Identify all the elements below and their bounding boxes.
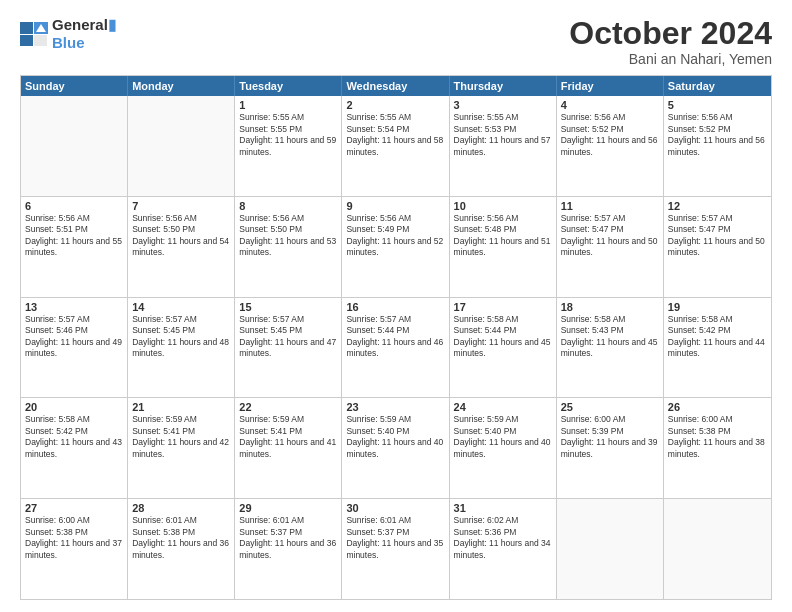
cal-cell: 4Sunrise: 5:56 AMSunset: 5:52 PMDaylight… xyxy=(557,96,664,196)
logo: General▮ Blue xyxy=(20,16,116,52)
cal-cell: 19Sunrise: 5:58 AMSunset: 5:42 PMDayligh… xyxy=(664,298,771,398)
cal-cell: 30Sunrise: 6:01 AMSunset: 5:37 PMDayligh… xyxy=(342,499,449,599)
cell-info: Sunrise: 5:58 AMSunset: 5:42 PMDaylight:… xyxy=(668,314,767,360)
header-day-friday: Friday xyxy=(557,76,664,96)
cal-cell: 16Sunrise: 5:57 AMSunset: 5:44 PMDayligh… xyxy=(342,298,449,398)
header-day-sunday: Sunday xyxy=(21,76,128,96)
day-number: 11 xyxy=(561,200,659,212)
cal-cell: 22Sunrise: 5:59 AMSunset: 5:41 PMDayligh… xyxy=(235,398,342,498)
day-number: 6 xyxy=(25,200,123,212)
cal-cell: 28Sunrise: 6:01 AMSunset: 5:38 PMDayligh… xyxy=(128,499,235,599)
day-number: 28 xyxy=(132,502,230,514)
day-number: 21 xyxy=(132,401,230,413)
day-number: 15 xyxy=(239,301,337,313)
cell-info: Sunrise: 5:59 AMSunset: 5:40 PMDaylight:… xyxy=(454,414,552,460)
day-number: 10 xyxy=(454,200,552,212)
cal-cell: 29Sunrise: 6:01 AMSunset: 5:37 PMDayligh… xyxy=(235,499,342,599)
week-row-2: 6Sunrise: 5:56 AMSunset: 5:51 PMDaylight… xyxy=(21,197,771,298)
week-row-4: 20Sunrise: 5:58 AMSunset: 5:42 PMDayligh… xyxy=(21,398,771,499)
cal-cell: 5Sunrise: 5:56 AMSunset: 5:52 PMDaylight… xyxy=(664,96,771,196)
day-number: 18 xyxy=(561,301,659,313)
day-number: 4 xyxy=(561,99,659,111)
day-number: 19 xyxy=(668,301,767,313)
cell-info: Sunrise: 6:01 AMSunset: 5:38 PMDaylight:… xyxy=(132,515,230,561)
day-number: 13 xyxy=(25,301,123,313)
cal-cell: 7Sunrise: 5:56 AMSunset: 5:50 PMDaylight… xyxy=(128,197,235,297)
day-number: 3 xyxy=(454,99,552,111)
day-number: 5 xyxy=(668,99,767,111)
day-number: 24 xyxy=(454,401,552,413)
header-day-thursday: Thursday xyxy=(450,76,557,96)
header-day-saturday: Saturday xyxy=(664,76,771,96)
week-row-3: 13Sunrise: 5:57 AMSunset: 5:46 PMDayligh… xyxy=(21,298,771,399)
day-number: 20 xyxy=(25,401,123,413)
month-title: October 2024 xyxy=(569,16,772,51)
cell-info: Sunrise: 6:02 AMSunset: 5:36 PMDaylight:… xyxy=(454,515,552,561)
day-number: 26 xyxy=(668,401,767,413)
cal-cell: 10Sunrise: 5:56 AMSunset: 5:48 PMDayligh… xyxy=(450,197,557,297)
day-number: 22 xyxy=(239,401,337,413)
cal-cell: 21Sunrise: 5:59 AMSunset: 5:41 PMDayligh… xyxy=(128,398,235,498)
cell-info: Sunrise: 5:56 AMSunset: 5:51 PMDaylight:… xyxy=(25,213,123,259)
cal-cell: 26Sunrise: 6:00 AMSunset: 5:38 PMDayligh… xyxy=(664,398,771,498)
cal-cell: 8Sunrise: 5:56 AMSunset: 5:50 PMDaylight… xyxy=(235,197,342,297)
cal-cell: 27Sunrise: 6:00 AMSunset: 5:38 PMDayligh… xyxy=(21,499,128,599)
cell-info: Sunrise: 5:55 AMSunset: 5:53 PMDaylight:… xyxy=(454,112,552,158)
day-number: 27 xyxy=(25,502,123,514)
page-header: General▮ Blue October 2024 Bani an Nahar… xyxy=(20,16,772,67)
day-number: 14 xyxy=(132,301,230,313)
day-number: 25 xyxy=(561,401,659,413)
cell-info: Sunrise: 5:56 AMSunset: 5:50 PMDaylight:… xyxy=(132,213,230,259)
header-day-wednesday: Wednesday xyxy=(342,76,449,96)
cal-cell: 13Sunrise: 5:57 AMSunset: 5:46 PMDayligh… xyxy=(21,298,128,398)
cal-cell: 18Sunrise: 5:58 AMSunset: 5:43 PMDayligh… xyxy=(557,298,664,398)
cell-info: Sunrise: 5:56 AMSunset: 5:49 PMDaylight:… xyxy=(346,213,444,259)
cal-cell: 24Sunrise: 5:59 AMSunset: 5:40 PMDayligh… xyxy=(450,398,557,498)
cal-cell: 6Sunrise: 5:56 AMSunset: 5:51 PMDaylight… xyxy=(21,197,128,297)
cell-info: Sunrise: 5:57 AMSunset: 5:45 PMDaylight:… xyxy=(132,314,230,360)
cal-cell xyxy=(128,96,235,196)
cal-cell: 12Sunrise: 5:57 AMSunset: 5:47 PMDayligh… xyxy=(664,197,771,297)
cal-cell xyxy=(664,499,771,599)
cell-info: Sunrise: 5:58 AMSunset: 5:43 PMDaylight:… xyxy=(561,314,659,360)
week-row-5: 27Sunrise: 6:00 AMSunset: 5:38 PMDayligh… xyxy=(21,499,771,599)
cal-cell: 1Sunrise: 5:55 AMSunset: 5:55 PMDaylight… xyxy=(235,96,342,196)
cal-cell: 11Sunrise: 5:57 AMSunset: 5:47 PMDayligh… xyxy=(557,197,664,297)
cell-info: Sunrise: 6:01 AMSunset: 5:37 PMDaylight:… xyxy=(239,515,337,561)
cell-info: Sunrise: 5:58 AMSunset: 5:44 PMDaylight:… xyxy=(454,314,552,360)
week-row-1: 1Sunrise: 5:55 AMSunset: 5:55 PMDaylight… xyxy=(21,96,771,197)
day-number: 2 xyxy=(346,99,444,111)
cell-info: Sunrise: 5:57 AMSunset: 5:47 PMDaylight:… xyxy=(668,213,767,259)
cal-cell: 14Sunrise: 5:57 AMSunset: 5:45 PMDayligh… xyxy=(128,298,235,398)
day-number: 23 xyxy=(346,401,444,413)
day-number: 29 xyxy=(239,502,337,514)
cell-info: Sunrise: 5:57 AMSunset: 5:47 PMDaylight:… xyxy=(561,213,659,259)
location: Bani an Nahari, Yemen xyxy=(569,51,772,67)
cell-info: Sunrise: 5:55 AMSunset: 5:55 PMDaylight:… xyxy=(239,112,337,158)
logo-text: General▮ Blue xyxy=(52,16,116,52)
cal-cell: 9Sunrise: 5:56 AMSunset: 5:49 PMDaylight… xyxy=(342,197,449,297)
calendar: SundayMondayTuesdayWednesdayThursdayFrid… xyxy=(20,75,772,600)
day-number: 31 xyxy=(454,502,552,514)
svg-rect-3 xyxy=(34,35,47,46)
cal-cell: 17Sunrise: 5:58 AMSunset: 5:44 PMDayligh… xyxy=(450,298,557,398)
header-day-monday: Monday xyxy=(128,76,235,96)
cal-cell: 3Sunrise: 5:55 AMSunset: 5:53 PMDaylight… xyxy=(450,96,557,196)
cell-info: Sunrise: 5:57 AMSunset: 5:45 PMDaylight:… xyxy=(239,314,337,360)
cell-info: Sunrise: 5:56 AMSunset: 5:52 PMDaylight:… xyxy=(561,112,659,158)
day-number: 17 xyxy=(454,301,552,313)
cell-info: Sunrise: 6:00 AMSunset: 5:38 PMDaylight:… xyxy=(668,414,767,460)
cell-info: Sunrise: 5:56 AMSunset: 5:50 PMDaylight:… xyxy=(239,213,337,259)
day-number: 7 xyxy=(132,200,230,212)
cell-info: Sunrise: 6:00 AMSunset: 5:39 PMDaylight:… xyxy=(561,414,659,460)
day-number: 1 xyxy=(239,99,337,111)
cal-cell: 25Sunrise: 6:00 AMSunset: 5:39 PMDayligh… xyxy=(557,398,664,498)
title-block: October 2024 Bani an Nahari, Yemen xyxy=(569,16,772,67)
cal-cell xyxy=(557,499,664,599)
cell-info: Sunrise: 5:56 AMSunset: 5:48 PMDaylight:… xyxy=(454,213,552,259)
cal-cell xyxy=(21,96,128,196)
cal-cell: 15Sunrise: 5:57 AMSunset: 5:45 PMDayligh… xyxy=(235,298,342,398)
cal-cell: 31Sunrise: 6:02 AMSunset: 5:36 PMDayligh… xyxy=(450,499,557,599)
svg-rect-2 xyxy=(20,35,33,46)
cell-info: Sunrise: 5:57 AMSunset: 5:46 PMDaylight:… xyxy=(25,314,123,360)
